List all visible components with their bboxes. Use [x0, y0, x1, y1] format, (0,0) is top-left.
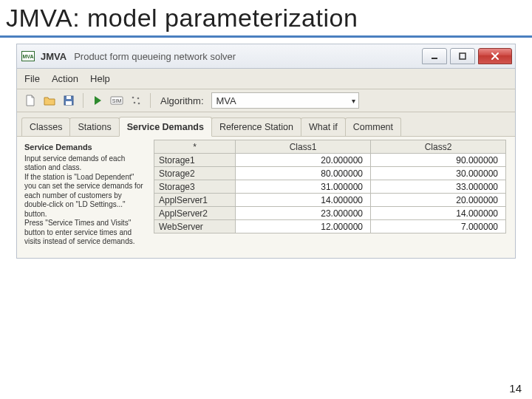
table-row[interactable]: Storage3 31.000000 33.000000 [154, 180, 506, 194]
table-row[interactable]: ApplServer1 14.000000 20.000000 [154, 194, 506, 207]
row-header[interactable]: ApplServer2 [154, 207, 236, 220]
svg-point-7 [132, 97, 134, 99]
table-row[interactable]: Storage2 80.000000 30.000000 [154, 167, 506, 180]
app-icon: MVA [21, 51, 35, 61]
page-number: 14 [509, 382, 522, 395]
maximize-icon [458, 52, 467, 61]
cell[interactable]: 31.000000 [236, 180, 371, 194]
cell[interactable]: 80.000000 [236, 167, 371, 180]
tab-comment[interactable]: Comment [345, 117, 401, 136]
toolbar-divider-2 [150, 93, 151, 108]
titlebar: MVA JMVA Product form queueing network s… [16, 44, 516, 69]
menu-help[interactable]: Help [90, 73, 110, 84]
algorithm-value: MVA [216, 95, 236, 106]
svg-text:SIM: SIM [112, 98, 122, 103]
svg-point-10 [138, 103, 140, 105]
menu-action[interactable]: Action [52, 73, 78, 84]
row-header[interactable]: WebServer [154, 220, 236, 233]
cell[interactable]: 14.000000 [371, 207, 506, 220]
row-header[interactable]: ApplServer1 [154, 194, 236, 207]
cell[interactable]: 20.000000 [371, 194, 506, 207]
row-header[interactable]: Storage1 [154, 154, 236, 167]
open-folder-icon [44, 95, 55, 106]
cell[interactable]: 14.000000 [236, 194, 371, 207]
description-line-3: Press "Service Times and Visits" button … [24, 219, 148, 247]
chevron-down-icon: ▾ [352, 97, 355, 105]
new-file-icon [25, 95, 35, 106]
cell[interactable]: 90.000000 [371, 154, 506, 167]
col-star[interactable]: * [154, 140, 236, 154]
cell[interactable]: 30.000000 [371, 167, 506, 180]
table-row[interactable]: WebServer 12.000000 7.000000 [154, 220, 506, 233]
sim-icon: SIM [110, 95, 123, 106]
jmva-window: MVA JMVA Product form queueing network s… [16, 44, 516, 259]
run-button[interactable] [90, 93, 105, 108]
svg-point-9 [134, 102, 136, 104]
cell[interactable]: 33.000000 [371, 180, 506, 194]
close-button[interactable] [478, 48, 512, 64]
description-line-2: If the station is "Load Dependent" you c… [24, 173, 148, 219]
random-icon [130, 95, 142, 106]
tab-service-demands[interactable]: Service Demands [119, 117, 212, 137]
col-class2[interactable]: Class2 [371, 140, 506, 154]
service-demands-table[interactable]: * Class1 Class2 Storage1 20.000000 90.00… [154, 140, 506, 233]
description-line-1: Input service demands of each station an… [24, 154, 148, 173]
cell[interactable]: 20.000000 [236, 154, 371, 167]
sim-button[interactable]: SIM [109, 93, 124, 108]
row-header[interactable]: Storage2 [154, 167, 236, 180]
toolbar: SIM Algorithm: MVA ▾ [16, 89, 516, 112]
tabstrip: Classes Stations Service Demands Referen… [16, 112, 516, 137]
window-title: JMVA [41, 51, 66, 62]
service-demands-pane: Service Demands Input service demands of… [16, 137, 516, 259]
col-class1[interactable]: Class1 [236, 140, 371, 154]
tab-what-if[interactable]: What if [301, 117, 346, 136]
svg-rect-4 [66, 101, 72, 105]
svg-point-8 [137, 98, 140, 100]
menubar: File Action Help [16, 69, 516, 89]
slide-divider [0, 35, 532, 38]
svg-rect-1 [460, 53, 466, 59]
minimize-icon [430, 52, 439, 61]
svg-rect-0 [432, 58, 437, 59]
description-heading: Service Demands [24, 143, 148, 153]
maximize-button[interactable] [450, 48, 475, 64]
cell[interactable]: 7.000000 [371, 220, 506, 233]
tab-reference-station[interactable]: Reference Station [211, 117, 301, 136]
play-icon [93, 95, 102, 106]
grid-wrap: * Class1 Class2 Storage1 20.000000 90.00… [154, 137, 515, 258]
open-button[interactable] [42, 93, 57, 108]
new-button[interactable] [23, 93, 38, 108]
minimize-button[interactable] [422, 48, 447, 64]
row-header[interactable]: Storage3 [154, 180, 236, 194]
cell[interactable]: 23.000000 [236, 207, 371, 220]
tab-stations[interactable]: Stations [69, 117, 119, 136]
save-icon [64, 95, 74, 106]
tab-classes[interactable]: Classes [21, 117, 70, 136]
table-row[interactable]: ApplServer2 23.000000 14.000000 [154, 207, 506, 220]
cell[interactable]: 12.000000 [236, 220, 371, 233]
svg-rect-3 [66, 96, 71, 99]
window-subtitle: Product form queueing network solver [74, 51, 236, 62]
menu-file[interactable]: File [24, 73, 40, 84]
table-row[interactable]: Storage1 20.000000 90.000000 [154, 154, 506, 167]
randomize-button[interactable] [129, 93, 143, 108]
description-panel: Service Demands Input service demands of… [17, 137, 154, 258]
save-button[interactable] [61, 93, 76, 108]
toolbar-divider [83, 93, 83, 108]
algorithm-label: Algorithm: [160, 95, 204, 106]
close-icon [490, 51, 500, 61]
algorithm-select[interactable]: MVA ▾ [211, 92, 359, 109]
slide-title: JMVA: model parameterization [0, 0, 532, 34]
